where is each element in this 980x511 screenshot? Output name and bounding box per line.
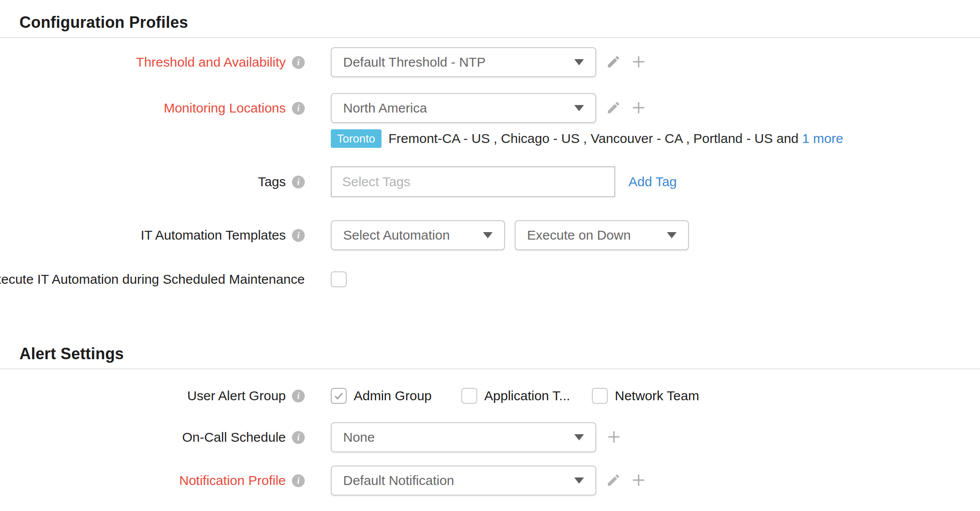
- notification-profile-row: Notification Profile i Default Notificat…: [0, 466, 980, 496]
- select-automation-dropdown[interactable]: Select Automation: [331, 220, 505, 250]
- checkmark-icon: [333, 390, 345, 402]
- uag-options: Admin Group Application T... Network Tea…: [331, 388, 699, 404]
- maintenance-controls: [331, 271, 347, 287]
- section-title-alert-settings: Alert Settings: [0, 331, 980, 369]
- info-icon[interactable]: i: [292, 102, 305, 115]
- monitoring-locations-dropdown[interactable]: North America: [331, 93, 596, 123]
- notification-profile-value: Default Notification: [343, 473, 454, 488]
- user-alert-group-label: User Alert Group: [187, 388, 286, 403]
- alert-group-option: Network Team: [592, 388, 699, 404]
- threshold-availability-label: Threshold and Availability: [136, 55, 286, 70]
- on-call-schedule-dropdown[interactable]: None: [331, 422, 596, 452]
- caret-down-icon: [667, 232, 677, 238]
- pencil-icon: [606, 54, 621, 71]
- add-on-call-schedule-button[interactable]: [606, 429, 622, 446]
- execute-on-dropdown[interactable]: Execute on Down: [515, 220, 689, 250]
- oncall-label-group: On-Call Schedule i: [0, 430, 305, 445]
- info-icon[interactable]: i: [292, 176, 305, 188]
- info-icon[interactable]: i: [292, 431, 305, 444]
- locations-list: Fremont-CA - US , Chicago - US , Vancouv…: [389, 131, 799, 146]
- uag-label-group: User Alert Group i: [0, 388, 305, 403]
- alert-group-option: Application T...: [461, 388, 592, 404]
- tags-controls: Add Tag: [331, 166, 677, 197]
- info-icon[interactable]: i: [292, 229, 305, 242]
- maintenance-label-group: Execute IT Automation during Scheduled M…: [0, 272, 305, 287]
- location-badge: Toronto: [331, 129, 382, 148]
- plus-icon: [606, 429, 622, 446]
- user-alert-group-row: User Alert Group i Admin Group Applicati…: [0, 388, 980, 404]
- info-icon[interactable]: i: [292, 56, 305, 69]
- more-locations-link[interactable]: 1 more: [802, 131, 843, 146]
- automation-controls: Select Automation Execute on Down: [331, 220, 689, 250]
- monitoring-locations-row: Monitoring Locations i North America: [0, 93, 980, 123]
- caret-down-icon: [574, 59, 584, 65]
- threshold-availability-row: Threshold and Availability i Default Thr…: [0, 47, 980, 77]
- maintenance-automation-checkbox[interactable]: [331, 271, 347, 287]
- caret-down-icon: [483, 232, 493, 238]
- automation-label-group: IT Automation Templates i: [0, 228, 305, 243]
- edit-locations-button[interactable]: [606, 100, 621, 116]
- locations-controls: North America: [331, 93, 647, 123]
- it-automation-row: IT Automation Templates i Select Automat…: [0, 220, 980, 250]
- edit-threshold-button[interactable]: [606, 54, 621, 71]
- add-notification-profile-button[interactable]: [631, 472, 647, 489]
- caret-down-icon: [574, 477, 584, 484]
- locations-label-group: Monitoring Locations i: [0, 101, 305, 116]
- on-call-schedule-label: On-Call Schedule: [182, 430, 286, 445]
- tags-input[interactable]: [331, 166, 615, 197]
- network-team-label: Network Team: [615, 388, 699, 403]
- edit-notification-profile-button[interactable]: [606, 473, 621, 489]
- caret-down-icon: [574, 105, 584, 111]
- plus-icon: [631, 54, 647, 71]
- threshold-profile-dropdown[interactable]: Default Threshold - NTP: [331, 47, 596, 77]
- application-team-checkbox[interactable]: [461, 388, 477, 404]
- add-threshold-button[interactable]: [631, 54, 647, 71]
- threshold-controls: Default Threshold - NTP: [331, 47, 647, 77]
- tags-row: Tags i Add Tag: [0, 166, 980, 197]
- execute-on-value: Execute on Down: [527, 228, 631, 243]
- plus-icon: [631, 100, 647, 117]
- threshold-label-group: Threshold and Availability i: [0, 55, 305, 70]
- threshold-profile-value: Default Threshold - NTP: [343, 55, 486, 70]
- section-title-configuration-profiles: Configuration Profiles: [0, 0, 980, 38]
- info-icon[interactable]: i: [292, 390, 305, 402]
- admin-group-checkbox[interactable]: [331, 388, 347, 404]
- tags-label-group: Tags i: [0, 174, 305, 189]
- selected-locations-row: Toronto Fremont-CA - US , Chicago - US ,…: [0, 129, 980, 148]
- maintenance-automation-row: Execute IT Automation during Scheduled M…: [0, 271, 980, 287]
- selected-locations-detail: Toronto Fremont-CA - US , Chicago - US ,…: [331, 129, 843, 148]
- monitoring-locations-label: Monitoring Locations: [164, 101, 286, 116]
- pencil-icon: [606, 473, 621, 489]
- add-location-profile-button[interactable]: [631, 100, 647, 117]
- notification-label-group: Notification Profile i: [0, 473, 305, 488]
- application-team-label: Application T...: [484, 388, 570, 403]
- configuration-form-page: Configuration Profiles Threshold and Ava…: [0, 0, 980, 511]
- notification-profile-label: Notification Profile: [179, 473, 286, 488]
- add-tag-link[interactable]: Add Tag: [628, 174, 677, 189]
- notification-profile-dropdown[interactable]: Default Notification: [331, 466, 596, 496]
- monitoring-locations-value: North America: [343, 101, 427, 116]
- caret-down-icon: [574, 434, 584, 440]
- it-automation-templates-label: IT Automation Templates: [141, 228, 286, 243]
- tags-label: Tags: [258, 174, 286, 189]
- plus-icon: [631, 472, 647, 489]
- on-call-schedule-row: On-Call Schedule i None: [0, 422, 980, 452]
- info-icon[interactable]: i: [292, 474, 305, 487]
- pencil-icon: [606, 100, 621, 116]
- select-automation-value: Select Automation: [343, 228, 450, 243]
- alert-group-option: Admin Group: [331, 388, 461, 404]
- notification-controls: Default Notification: [331, 466, 647, 496]
- locations-list-text: Fremont-CA - US , Chicago - US , Vancouv…: [389, 131, 843, 146]
- oncall-controls: None: [331, 422, 622, 452]
- on-call-schedule-value: None: [343, 430, 375, 445]
- network-team-checkbox[interactable]: [592, 388, 608, 404]
- execute-automation-maintenance-label: Execute IT Automation during Scheduled M…: [0, 272, 305, 287]
- admin-group-label: Admin Group: [354, 388, 432, 403]
